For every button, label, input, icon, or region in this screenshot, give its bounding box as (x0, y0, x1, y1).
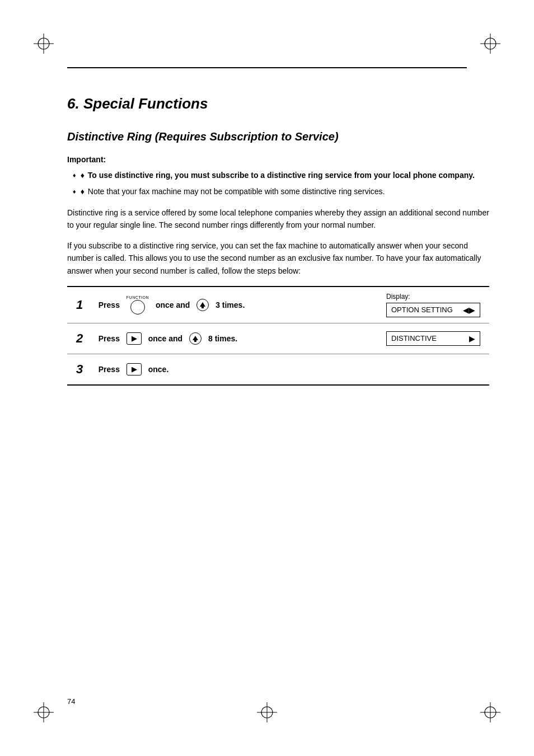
set-button-1: ▶ (127, 332, 142, 345)
function-button-wrap: FUNCTION (127, 295, 149, 314)
body-para-2: If you subscribe to a distinctive ring s… (67, 240, 489, 277)
page-number: 74 (67, 697, 75, 706)
reg-mark-top-left (34, 34, 54, 54)
step-2-cell: 2 Press ▶ once and (67, 323, 377, 354)
reg-mark-top-right (480, 34, 500, 54)
step-1-once-and: once and (156, 300, 190, 309)
reg-mark-bottom-left (34, 702, 54, 722)
display-box-2: DISTINCTIVE ▶ (386, 331, 480, 346)
reg-mark-bottom-middle (257, 702, 277, 722)
top-rule (67, 67, 467, 68)
svg-rect-18 (194, 340, 196, 342)
display-label-1: Display: (386, 293, 480, 300)
reg-mark-bottom-right (480, 702, 500, 722)
step-2-number: 2 (76, 331, 92, 346)
chapter-title: 6. Special Functions (67, 95, 489, 112)
step-row-2: 2 Press ▶ once and (67, 323, 489, 354)
important-label: Important: (67, 155, 489, 164)
step-2-once-and: once and (148, 334, 182, 343)
set-button-2: ▶ (127, 363, 142, 375)
step-3-number: 3 (76, 362, 92, 377)
bullet-item-2: ♦ Note that your fax machine may not be … (73, 186, 489, 198)
steps-table: 1 Press FUNCTION once and (67, 286, 489, 386)
step-1-press: Press (99, 300, 120, 309)
display-arrows-2: ▶ (465, 334, 475, 343)
step-2-display: DISTINCTIVE ▶ (377, 323, 489, 354)
section-title: Distinctive Ring (Requires Subscription … (67, 129, 489, 144)
display-text-2: DISTINCTIVE (391, 334, 437, 342)
function-label: FUNCTION (127, 295, 149, 299)
svg-marker-15 (200, 302, 205, 307)
step-1-display: Display: OPTION SETTING ◀▶ (377, 287, 489, 323)
function-button (130, 300, 145, 314)
bullet-list: ♦ To use distinctive ring, you must subs… (67, 170, 489, 198)
step-2-times: 8 times. (208, 334, 237, 343)
step-row-1: 1 Press FUNCTION once and (67, 287, 489, 323)
step-2-press: Press (99, 334, 120, 343)
step-1-cell: 1 Press FUNCTION once and (67, 287, 377, 323)
step-2-content: Press ▶ once and 8 times. (94, 332, 237, 345)
step-1-number: 1 (76, 298, 92, 312)
step-1-content: Press FUNCTION once and 3 t (94, 295, 245, 314)
display-arrows-1: ◀▶ (463, 306, 475, 314)
step-3-cell: 3 Press ▶ once. (67, 354, 489, 385)
step-3-press: Press (99, 365, 120, 374)
up-button-1 (196, 299, 209, 311)
main-content: 6. Special Functions Distinctive Ring (R… (67, 78, 489, 386)
step-row-3: 3 Press ▶ once. (67, 354, 489, 385)
display-box-1: OPTION SETTING ◀▶ (386, 303, 480, 317)
up-button-2 (189, 332, 202, 345)
step-3-content: Press ▶ once. (94, 363, 168, 375)
display-text-1: OPTION SETTING (391, 306, 453, 314)
svg-marker-17 (193, 336, 198, 340)
svg-rect-16 (202, 307, 204, 308)
body-para-1: Distinctive ring is a service offered by… (67, 206, 489, 232)
step-3-once: once. (148, 365, 169, 374)
bullet-item-1: ♦ To use distinctive ring, you must subs… (73, 170, 489, 181)
step-1-times: 3 times. (216, 300, 245, 309)
